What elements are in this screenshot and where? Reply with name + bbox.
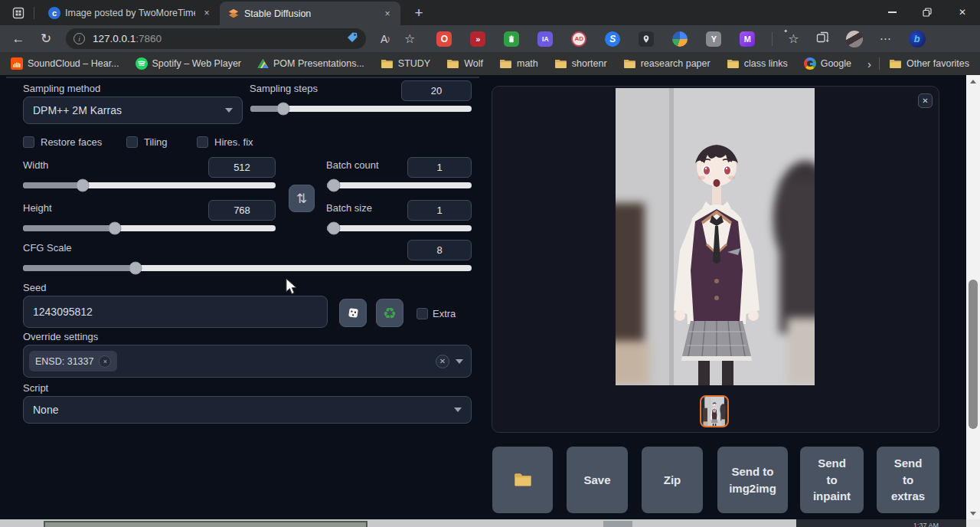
restore-icon <box>923 8 932 17</box>
bookmark-spotify[interactable]: Spotify – Web Player <box>136 57 242 70</box>
tab-title: Image posted by TwoMoreTimes <box>65 8 195 18</box>
restore-button[interactable] <box>910 0 945 25</box>
extra-seed-checkbox[interactable] <box>416 308 428 319</box>
taskbar-search-box[interactable] <box>44 521 368 527</box>
settings-more-icon[interactable]: ⋯ <box>880 32 892 46</box>
pin-extension-icon[interactable] <box>639 31 654 47</box>
bookmark-folder-reasearch-paper[interactable]: reasearch paper <box>623 58 710 69</box>
bookmark-folder-math[interactable]: math <box>499 58 538 69</box>
shazam-extension-icon[interactable]: S <box>605 31 620 47</box>
bookmarks-overflow-chevron-icon[interactable]: › <box>867 57 871 70</box>
width-label: Width <box>23 159 48 171</box>
slider-handle[interactable] <box>129 262 142 275</box>
bookmark-folder-shortenr[interactable]: shortenr <box>554 58 607 69</box>
cfg-scale-label: CFG Scale <box>23 242 72 254</box>
slider-handle[interactable] <box>327 222 340 235</box>
profile-avatar[interactable] <box>846 31 863 47</box>
height-slider[interactable] <box>23 225 276 231</box>
sampling-method-dropdown[interactable]: DPM++ 2M Karras <box>23 97 243 124</box>
collections-icon[interactable] <box>816 31 829 47</box>
bookmark-soundcloud[interactable]: SoundCloud – Hear... <box>11 57 119 70</box>
batch-count-value[interactable]: 1 <box>407 157 472 178</box>
y-extension-icon[interactable]: Y <box>706 31 721 47</box>
slider-handle[interactable] <box>109 222 122 235</box>
tab-actions-menu-icon[interactable] <box>9 4 28 22</box>
bookmark-other-favorites[interactable]: Other favorites <box>889 58 969 69</box>
generated-image-thumbnail[interactable] <box>700 395 729 427</box>
bookmark-folder-class-links[interactable]: class links <box>727 58 788 69</box>
trash-extension-icon[interactable] <box>504 31 519 47</box>
tab-close-icon[interactable]: × <box>200 6 214 20</box>
save-button[interactable]: Save <box>567 447 628 513</box>
script-dropdown[interactable]: None <box>23 396 472 424</box>
tab-close-icon[interactable]: × <box>381 7 394 21</box>
bookmark-folder-study[interactable]: STUDY <box>381 58 430 69</box>
globe-extension-icon[interactable] <box>672 31 688 47</box>
seed-input[interactable] <box>23 296 328 328</box>
url-host: 127.0.0.1 <box>93 33 136 44</box>
minimize-button[interactable] <box>874 0 910 25</box>
send-to-extras-button[interactable]: Send to extras <box>877 447 939 513</box>
generated-image[interactable] <box>616 88 815 385</box>
scroll-up-arrow[interactable] <box>966 75 980 87</box>
ia-extension-icon[interactable]: IA <box>537 31 553 47</box>
slider-handle[interactable] <box>76 179 89 192</box>
height-value[interactable]: 768 <box>208 200 276 221</box>
folder-icon <box>623 59 636 69</box>
swap-width-height-button[interactable]: ⇅ <box>289 185 315 212</box>
site-info-icon[interactable]: i <box>74 33 85 44</box>
batch-count-slider[interactable] <box>327 182 472 188</box>
bookmark-folder-wolf[interactable]: Wolf <box>446 58 483 69</box>
reuse-seed-button[interactable]: ♻ <box>376 299 403 327</box>
ad-extension-icon[interactable]: AD <box>571 31 586 47</box>
sampling-steps-slider[interactable] <box>250 106 472 112</box>
remove-chip-icon[interactable]: × <box>99 355 111 368</box>
browser-tab-1[interactable]: c Image posted by TwoMoreTimes × <box>41 0 220 25</box>
scrollbar-thumb[interactable] <box>969 280 978 429</box>
script-label: Script <box>23 382 48 394</box>
slider-handle[interactable] <box>277 103 290 116</box>
tiling-checkbox[interactable] <box>126 136 138 148</box>
taskbar-app-button[interactable] <box>603 521 632 527</box>
cfg-scale-slider[interactable] <box>23 265 472 271</box>
add-favorite-star-icon[interactable]: ☆ <box>404 31 415 46</box>
favorites-star-icon[interactable]: ✦☆ <box>788 31 799 46</box>
scroll-down-arrow[interactable] <box>966 507 980 519</box>
bookmark-google[interactable]: Google <box>804 57 851 70</box>
send-to-img2img-button[interactable]: Send to img2img <box>717 447 788 513</box>
zip-button[interactable]: Zip <box>642 447 703 513</box>
sampling-steps-value[interactable]: 20 <box>401 80 472 101</box>
folder-icon <box>499 59 512 69</box>
fast-forward-extension-icon[interactable]: » <box>470 31 485 47</box>
random-seed-dice-button[interactable] <box>339 299 367 327</box>
circle-o-extension-icon[interactable]: O <box>436 31 452 47</box>
send-to-inpaint-button[interactable]: Send to inpaint <box>800 447 864 513</box>
width-value[interactable]: 512 <box>208 157 276 178</box>
open-output-folder-button[interactable] <box>492 447 553 513</box>
toolbar-right-icons: ✦☆ ⋯ b <box>788 31 925 47</box>
m-extension-icon[interactable]: M <box>740 31 755 47</box>
shopping-tag-icon[interactable] <box>346 31 358 46</box>
bookmark-pom-presentations[interactable]: POM Presentations... <box>257 58 364 69</box>
clear-override-settings-icon[interactable]: ✕ <box>436 355 449 368</box>
batch-size-label: Batch size <box>326 202 372 214</box>
civitai-favicon-icon: c <box>48 7 60 19</box>
batch-size-slider[interactable] <box>327 225 472 231</box>
bing-chat-icon[interactable]: b <box>909 31 926 47</box>
close-window-button[interactable]: ✕ <box>945 0 980 25</box>
browser-tab-2-active[interactable]: Stable Diffusion × <box>220 2 400 25</box>
page-scrollbar[interactable] <box>966 75 980 519</box>
new-tab-button[interactable]: + <box>408 2 430 24</box>
batch-size-value[interactable]: 1 <box>407 200 472 221</box>
gallery-close-button[interactable]: ✕ <box>918 93 933 108</box>
read-aloud-icon[interactable]: A) <box>381 33 390 45</box>
width-slider[interactable] <box>23 182 276 188</box>
address-bar[interactable]: i 127.0.0.1 :7860 <box>66 28 366 49</box>
override-setting-chip[interactable]: ENSD: 31337 × <box>29 351 117 372</box>
hires-fix-checkbox[interactable] <box>197 136 208 148</box>
refresh-button[interactable]: ↻ <box>35 28 57 50</box>
back-button[interactable]: ← <box>8 28 29 50</box>
slider-handle[interactable] <box>327 179 340 192</box>
cfg-scale-value[interactable]: 8 <box>407 240 472 260</box>
restore-faces-checkbox[interactable] <box>23 136 34 148</box>
